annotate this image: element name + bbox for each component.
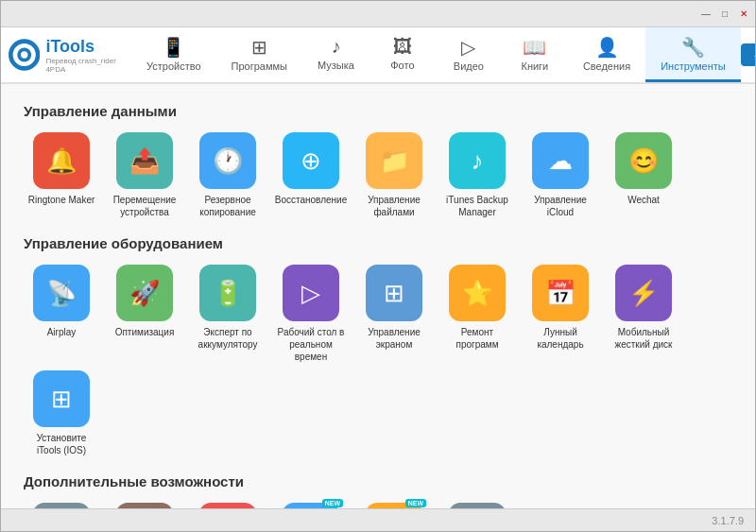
tab-icon-video: ▷ — [461, 36, 475, 59]
downloads-button[interactable]: ⬇ Загрузки — [741, 43, 756, 66]
tab-label-books: Книги — [521, 60, 548, 72]
tab-icon-info: 👤 — [595, 36, 619, 59]
tool-item-crash-log[interactable]: ⚡Журнал сбоев — [190, 503, 266, 508]
tool-item-firmware[interactable]: ⚙NEWЗагрузка прошивки — [273, 503, 349, 508]
tool-item-airplay[interactable]: 📡Airplay — [24, 265, 99, 363]
tool-label-install-itools: Установите iTools (IOS) — [24, 432, 99, 456]
tab-icon-photos: 🖼 — [393, 36, 412, 58]
nav-tab-video[interactable]: ▷Видео — [436, 27, 502, 82]
tab-icon-apps: ⊞ — [251, 36, 267, 59]
tool-icon-hdd: ⚡ — [615, 265, 672, 321]
tools-grid-hardware-management: 📡Airplay🚀Оптимизация🔋Эксперт по аккумуля… — [24, 265, 732, 456]
tool-item-ringtone[interactable]: 🔔Ringtone Maker — [24, 132, 99, 218]
nav-tab-device[interactable]: 📱Устройство — [131, 27, 216, 82]
tool-label-restore: Восстановление — [275, 194, 348, 206]
tool-label-ringtone: Ringtone Maker — [28, 194, 95, 206]
nav-tab-music[interactable]: ♪Музыка — [302, 27, 369, 82]
tab-icon-books: 📖 — [523, 36, 546, 59]
tool-icon-file-mgmt: 📁 — [366, 132, 422, 189]
tool-item-file-mgmt[interactable]: 📁Управление файлами — [356, 132, 432, 218]
tab-label-apps: Программы — [232, 60, 287, 72]
tools-grid-data-management: 🔔Ringtone Maker📤Перемещение устройства🕐Р… — [24, 132, 732, 218]
tool-item-icloud[interactable]: ☁Управление iCloud — [523, 132, 598, 218]
download-icon: ⬇ — [752, 48, 756, 61]
section-title-extra: Дополнительные возможности — [24, 473, 732, 489]
logo-area: iTools Перевод crash_rider 4PDA — [9, 37, 131, 74]
tool-item-calendar[interactable]: 📅Лунный календарь — [523, 265, 598, 363]
tool-item-wechat[interactable]: 😊Wechat — [606, 132, 681, 218]
tool-icon-firmware: ⚙NEW — [283, 503, 339, 508]
tool-icon-icloud: ☁ — [532, 132, 589, 189]
tool-icon-ssh: SSH — [33, 503, 90, 508]
tool-icon-wechat: 😊 — [615, 132, 672, 189]
tool-item-restore[interactable]: ⊕Восстановление — [273, 132, 349, 218]
tool-item-ssh[interactable]: SSHSSH канал — [24, 503, 99, 508]
section-extra: Дополнительные возможностиSSHSSH канал📋С… — [24, 473, 732, 508]
tab-icon-music: ♪ — [331, 36, 340, 58]
app-subtitle: Перевод crash_rider 4PDA — [45, 57, 131, 74]
nav-tab-tools[interactable]: 🔧Инструменты — [645, 27, 741, 82]
nav-tab-info[interactable]: 👤Сведения — [568, 27, 645, 82]
tab-label-photos: Фото — [390, 60, 414, 71]
section-hardware-management: Управление оборудованием📡Airplay🚀Оптимиз… — [24, 235, 732, 456]
tool-label-repair: Ремонт программ — [439, 326, 515, 351]
tool-item-install-itools[interactable]: ⊞Установите iTools (IOS) — [24, 370, 99, 456]
minimize-button[interactable]: — — [698, 7, 713, 22]
tool-item-hdd[interactable]: ⚡Мобильный жесткий диск — [606, 265, 681, 363]
tool-item-desktop[interactable]: ▷Рабочий стол в реальном времен — [273, 265, 349, 363]
tool-icon-desktop: ▷ — [283, 265, 339, 321]
nav-tab-apps[interactable]: ⊞Программы — [216, 27, 302, 82]
tool-item-syslog[interactable]: 📋Системный журнал — [107, 503, 182, 508]
tab-label-video: Видео — [454, 60, 484, 72]
nav-tab-photos[interactable]: 🖼Фото — [369, 27, 436, 82]
tool-icon-itunes-backup: ♪ — [449, 132, 506, 189]
content-area: Управление данными🔔Ringtone Maker📤Переме… — [1, 84, 755, 508]
tab-label-info: Сведения — [583, 60, 630, 72]
tool-icon-move-device: 📤 — [116, 132, 173, 189]
tool-icon-backup: 🕐 — [199, 132, 256, 189]
tool-label-desktop: Рабочий стол в реальном времен — [273, 326, 349, 363]
tool-icon-restore: ⊕ — [283, 132, 339, 189]
tool-icon-battery: 🔋 — [199, 265, 256, 321]
tab-label-music: Музыка — [318, 60, 354, 71]
tool-icon-recovery: ⚙NEW — [366, 503, 422, 508]
restore-button[interactable]: □ — [717, 7, 732, 22]
tool-icon-airplay: 📡 — [33, 265, 90, 321]
tool-label-hdd: Мобильный жесткий диск — [606, 326, 681, 351]
tool-label-move-device: Перемещение устройства — [107, 194, 182, 218]
tool-item-itunes-backup[interactable]: ♪iTunes Backup Manager — [439, 132, 515, 218]
tab-icon-tools: 🔧 — [681, 36, 705, 59]
tool-icon-syslog: 📋 — [116, 503, 173, 508]
tool-item-move-device[interactable]: 📤Перемещение устройства — [107, 132, 182, 218]
tool-icon-calendar: 📅 — [532, 265, 589, 321]
tab-label-device: Устройство — [146, 60, 201, 72]
tool-item-repair[interactable]: ⭐Ремонт программ — [439, 265, 515, 363]
tool-label-icloud: Управление iCloud — [523, 194, 598, 218]
tool-label-battery: Эксперт по аккумулятору — [190, 326, 266, 351]
tool-icon-ringtone: 🔔 — [33, 132, 90, 189]
tool-label-backup: Резервное копирование — [190, 194, 266, 218]
tool-item-battery[interactable]: 🔋Эксперт по аккумулятору — [190, 265, 266, 363]
tool-item-optimize[interactable]: 🚀Оптимизация — [107, 265, 182, 363]
section-data-management: Управление данными🔔Ringtone Maker📤Переме… — [24, 103, 732, 218]
tool-label-wechat: Wechat — [627, 194, 660, 206]
nav-tab-books[interactable]: 📖Книги — [502, 27, 568, 82]
header: iTools Перевод crash_rider 4PDA 📱Устройс… — [1, 27, 755, 84]
tool-label-file-mgmt: Управление файлами — [356, 194, 432, 218]
tool-label-airplay: Airplay — [47, 326, 77, 338]
section-title-hardware-management: Управление оборудованием — [24, 235, 732, 251]
logo-text: iTools Перевод crash_rider 4PDA — [45, 37, 131, 74]
version-label: 3.1.7.9 — [712, 515, 744, 526]
tool-label-calendar: Лунный календарь — [523, 326, 598, 351]
badge-new-recovery: NEW — [405, 499, 426, 507]
tool-item-root[interactable]: 🔒Корневой ключ — [439, 503, 515, 508]
tab-icon-device: 📱 — [162, 36, 185, 59]
tool-icon-crash-log: ⚡ — [199, 503, 256, 508]
tool-item-backup[interactable]: 🕐Резервное копирование — [190, 132, 266, 218]
tool-icon-install-itools: ⊞ — [33, 370, 90, 427]
tool-item-recovery[interactable]: ⚙NEWПомощник по восстановлению — [356, 503, 432, 508]
footer: 3.1.7.9 — [1, 508, 755, 531]
close-button[interactable]: ✕ — [736, 7, 751, 22]
tool-item-screen[interactable]: ⊞Управление экраном — [356, 265, 432, 363]
tool-icon-screen: ⊞ — [366, 265, 422, 321]
